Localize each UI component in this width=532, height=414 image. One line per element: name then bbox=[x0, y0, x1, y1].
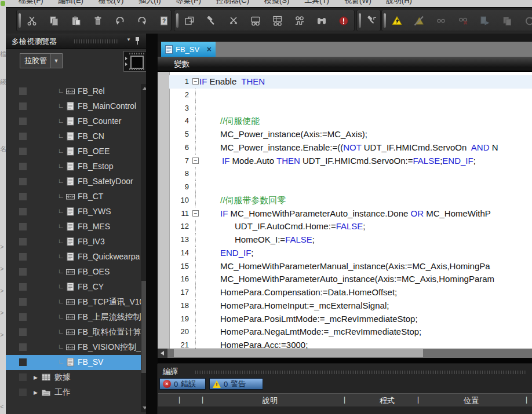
check-all-programs-icon[interactable] bbox=[272, 15, 283, 27]
errors-filter-button[interactable]: × 0 錯誤 bbox=[159, 378, 206, 390]
menu-item-8[interactable]: 視窗(W) bbox=[344, 0, 371, 6]
tree-item-FB_Estop[interactable]: ∟FB_Estop bbox=[6, 159, 141, 174]
tree-item-數據[interactable]: ▶數據 bbox=[6, 370, 141, 385]
check-program-icon[interactable] bbox=[250, 15, 261, 27]
scroll-thumb[interactable] bbox=[141, 281, 146, 373]
tree-item-FB_IV3[interactable]: ∟FB_IV3 bbox=[6, 235, 141, 250]
tree-item-FB_OES[interactable]: ∟FB_OES bbox=[6, 265, 141, 280]
copy-pages-icon[interactable] bbox=[501, 15, 513, 27]
menu-item-7[interactable]: 工具(T) bbox=[304, 0, 329, 6]
tree-item-FB_SafetyDoor[interactable]: ∟FB_SafetyDoor bbox=[6, 174, 141, 189]
monitor-icon[interactable] bbox=[435, 15, 447, 27]
rebuild-icon[interactable] bbox=[228, 15, 239, 27]
fold-toggle-icon[interactable]: − bbox=[192, 210, 199, 217]
code-line-4[interactable]: 4//伺服使能 bbox=[169, 115, 532, 128]
menu-item-1[interactable]: 編輯(E) bbox=[59, 0, 83, 6]
tree-item-工作[interactable]: ▶工作 bbox=[6, 385, 141, 400]
stop-monitor-icon[interactable] bbox=[457, 15, 469, 27]
device-selector[interactable]: 拉胶管 ▼ bbox=[20, 53, 63, 68]
breakpoint-gutter[interactable] bbox=[158, 72, 170, 349]
menu-item-4[interactable]: 專案(P) bbox=[176, 0, 201, 6]
tree-item-FB_YWS[interactable]: ∟FB_YWS bbox=[6, 204, 141, 219]
menu-item-3[interactable]: 插入(I) bbox=[139, 0, 161, 6]
code-line-7[interactable]: 7−IF Mode.Auto THEN UDT_IF.HMICmd.ServoO… bbox=[169, 155, 532, 168]
tree-item-FB_CY[interactable]: ∟FB_CY bbox=[6, 280, 141, 295]
code-line-9[interactable]: 9 bbox=[169, 181, 532, 194]
tree-item-FB_OEE[interactable]: ∟FB_OEE bbox=[6, 144, 141, 159]
code-line-19[interactable]: 19HomePara.PosiLmtMode:=_mcRevImmediateS… bbox=[169, 313, 532, 326]
menu-item-9[interactable]: 說明(H) bbox=[387, 0, 412, 6]
hscroll-thumb[interactable] bbox=[174, 349, 423, 357]
copy-icon[interactable] bbox=[48, 15, 60, 27]
tree-item-FB_MES[interactable]: ∟FB_MES bbox=[6, 219, 141, 235]
tree-item-FB_VISION控制_[interactable]: ∟FB_VISION控制_ bbox=[6, 340, 141, 355]
transfer-icon[interactable] bbox=[479, 15, 491, 27]
code-line-10[interactable]: 10//伺服带参数回零 bbox=[169, 194, 532, 207]
menu-item-0[interactable]: 檔案(F) bbox=[19, 0, 43, 6]
variables-bar[interactable]: 變數 bbox=[158, 57, 532, 72]
tree-item-FB_CT[interactable]: ∟FB_CT bbox=[6, 189, 141, 204]
code-line-8[interactable]: 8 bbox=[169, 167, 532, 181]
go-online-icon[interactable] bbox=[391, 15, 403, 27]
fold-toggle-icon[interactable]: − bbox=[192, 78, 199, 85]
st-code-editor[interactable]: 1−IF Enable THEN234//伺服使能5MC_Power_insta… bbox=[158, 72, 532, 349]
tree-item-FB_TCP通讯_V10[interactable]: ∟FB_TCP通讯_V10 bbox=[6, 295, 141, 310]
code-line-17[interactable]: 17HomePara.Compensation:=Data.HomeOffset… bbox=[169, 286, 532, 299]
code-line-12[interactable]: 12UDT_IF.AutoCmd.Home:=FALSE; bbox=[169, 220, 532, 233]
pin-icon[interactable] bbox=[134, 37, 140, 45]
build-icon[interactable] bbox=[206, 15, 217, 27]
code-line-3[interactable]: 3 bbox=[169, 102, 532, 115]
tab-close-icon[interactable]: × bbox=[207, 45, 212, 54]
tree-item-FB_CN[interactable]: ∟FB_CN bbox=[6, 129, 141, 144]
scroll-left-icon[interactable] bbox=[158, 349, 167, 358]
code-line-6[interactable]: 6MC_Power_instance.Enable:=((NOT UDT_IF.… bbox=[169, 141, 532, 155]
code-line-13[interactable]: 13HomeOK_I:=FALSE; bbox=[169, 233, 532, 247]
tab-fb-sv[interactable]: FB_SV × bbox=[161, 42, 216, 57]
tree-item-FB_MainControl[interactable]: ∟FB_MainControl bbox=[6, 99, 141, 114]
search-icon[interactable] bbox=[316, 15, 327, 27]
code-line-18[interactable]: 18HomePara.HomeInput:=_mcExternalSignal; bbox=[169, 299, 532, 313]
tree-item-FB_SV[interactable]: ∟FB_SV bbox=[6, 355, 141, 370]
tree-item-FB_Rel[interactable]: ∟FB_Rel bbox=[6, 84, 141, 99]
code-line-20[interactable]: 20HomePara.NegaLmtMode:=_mcRevImmediateS… bbox=[169, 325, 532, 339]
dropdown-arrow-icon[interactable]: ▼ bbox=[50, 54, 62, 68]
menu-item-2[interactable]: 檢視(V) bbox=[99, 0, 123, 6]
code-line-21[interactable]: 21HomePara.Acc:=3000; bbox=[169, 339, 532, 349]
undo-icon[interactable] bbox=[114, 15, 126, 27]
column-header-1[interactable]: 程式 bbox=[370, 395, 405, 406]
tree-item-FB_Counter[interactable]: ∟FB_Counter bbox=[6, 114, 141, 129]
tree-item-FB_Quickwearpa[interactable]: ∟FB_Quickwearpa bbox=[6, 250, 141, 265]
menu-item-6[interactable]: 模擬(S) bbox=[264, 0, 289, 6]
code-horizontal-scrollbar[interactable] bbox=[158, 349, 532, 358]
code-line-15[interactable]: 15MC_HomeWithParameterManual_instance(Ax… bbox=[169, 260, 532, 273]
fold-toggle-icon[interactable]: − bbox=[192, 157, 199, 164]
expander-icon[interactable]: ▶ bbox=[34, 375, 38, 380]
cut-icon[interactable] bbox=[26, 15, 38, 27]
go-offline-icon[interactable] bbox=[413, 15, 425, 27]
warnings-filter-button[interactable]: 0 警告 bbox=[209, 378, 263, 390]
paste-icon[interactable] bbox=[70, 15, 82, 27]
delete-icon[interactable] bbox=[92, 15, 104, 27]
rebuild-controller-icon[interactable] bbox=[366, 15, 378, 27]
tree-item-FB_取料位置计算[interactable]: ∟FB_取料位置计算 bbox=[6, 325, 141, 340]
column-header-2[interactable]: 位置 bbox=[454, 395, 489, 406]
code-line-5[interactable]: 5MC_Power_instance(Axis:=MC_Axis); bbox=[169, 128, 532, 141]
column-header-0[interactable]: 說明 bbox=[253, 395, 287, 406]
code-line-1[interactable]: 1−IF Enable THEN bbox=[169, 75, 532, 89]
code-line-2[interactable]: 2 bbox=[169, 89, 532, 102]
panel-divider[interactable] bbox=[146, 34, 158, 414]
error-list-icon[interactable] bbox=[338, 15, 349, 27]
io-map-icon[interactable] bbox=[294, 15, 305, 27]
menu-item-5[interactable]: 控制器(C) bbox=[216, 0, 249, 6]
redo-icon[interactable] bbox=[136, 15, 148, 27]
code-line-16[interactable]: 16MC_HomeWithParameterAuto_instance(Axis… bbox=[169, 273, 532, 286]
tree-item-FB_上层流线控制[interactable]: ∟FB_上层流线控制 bbox=[6, 310, 141, 325]
code-line-11[interactable]: 11−IF MC_HomeWithParameterAuto_instance.… bbox=[169, 207, 532, 221]
sync-icon[interactable] bbox=[523, 15, 532, 27]
code-line-14[interactable]: 14END_IF; bbox=[169, 247, 532, 260]
tree-scrollbar[interactable] bbox=[141, 84, 146, 412]
export-window-icon[interactable] bbox=[184, 15, 195, 27]
expander-icon[interactable]: ▶ bbox=[34, 390, 38, 395]
chevron-down-icon[interactable]: ▼ bbox=[126, 37, 131, 42]
search-help-icon[interactable]: ? bbox=[158, 15, 170, 27]
